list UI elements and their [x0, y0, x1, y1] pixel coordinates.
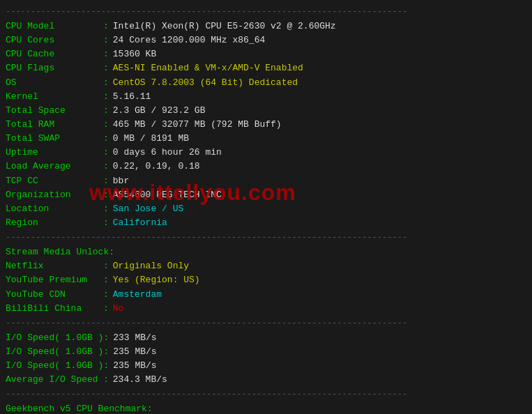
label-bilibili: BiliBili China — [6, 302, 103, 316]
label-load-average: Load Average — [6, 160, 103, 174]
row-uptime: Uptime : 0 days 6 hour 26 min — [6, 146, 526, 160]
label-geekbench-header: Geekbench v5 CPU Benchmark: — [6, 402, 153, 414]
value-uptime: 0 days 6 hour 26 min — [113, 146, 222, 160]
value-cpu-model: Intel(R) Xeon(R) CPU E5-2630 v2 @ 2.60GH… — [113, 20, 336, 33]
label-youtube-premium: YouTube Premium — [6, 273, 103, 287]
value-total-ram: 465 MB / 32077 MB (792 MB Buff) — [113, 118, 282, 132]
label-cpu-model: CPU Model — [6, 20, 103, 33]
label-cpu-cache: CPU Cache — [6, 47, 103, 61]
value-kernel: 5.16.11 — [113, 90, 151, 104]
value-netflix: Originals Only — [113, 259, 189, 273]
divider-top: ----------------------------------------… — [6, 7, 526, 17]
row-geekbench-header: Geekbench v5 CPU Benchmark: — [6, 402, 526, 414]
row-cpu-flags: CPU Flags : AES-NI Enabled & VM-x/AMD-V … — [6, 61, 526, 75]
row-stream-header: Stream Media Unlock : — [6, 245, 526, 259]
row-kernel: Kernel : 5.16.11 — [6, 90, 526, 104]
row-total-space: Total Space : 2.3 GB / 923.2 GB — [6, 104, 526, 118]
label-youtube-cdn: YouTube CDN — [6, 288, 103, 302]
row-youtube-premium: YouTube Premium : Yes (Region: US) — [6, 273, 526, 287]
io-section: I/O Speed( 1.0GB ) : 233 MB/s I/O Speed(… — [6, 331, 526, 388]
stream-section: Stream Media Unlock : Netflix : Original… — [6, 245, 526, 316]
value-bilibili: No — [113, 302, 124, 316]
label-os: OS — [6, 76, 103, 90]
row-netflix: Netflix : Originals Only — [6, 259, 526, 273]
value-youtube-premium: Yes (Region: US) — [113, 273, 200, 287]
label-stream-media: Stream Media Unlock — [6, 245, 109, 259]
row-load-average: Load Average : 0.22, 0.19, 0.18 — [6, 160, 526, 174]
label-io-avg: Average I/O Speed — [6, 373, 103, 387]
value-io-avg: 234.3 MB/s — [113, 373, 167, 387]
divider-stream-top: ----------------------------------------… — [6, 233, 526, 243]
value-cpu-cores: 24 Cores 1200.000 MHz x86_64 — [113, 33, 265, 47]
value-io-1: 233 MB/s — [113, 331, 156, 345]
row-io-2: I/O Speed( 1.0GB ) : 235 MB/s — [6, 345, 526, 359]
divider-io-top: ----------------------------------------… — [6, 319, 526, 328]
row-cpu-model: CPU Model : Intel(R) Xeon(R) CPU E5-2630… — [6, 20, 526, 33]
label-location: Location — [6, 202, 103, 216]
divider-geekbench-top: ----------------------------------------… — [6, 390, 526, 399]
value-io-2: 235 MB/s — [113, 345, 156, 359]
label-io-2: I/O Speed( 1.0GB ) — [6, 345, 103, 359]
value-io-3: 235 MB/s — [113, 359, 156, 373]
label-kernel: Kernel — [6, 90, 103, 104]
label-cpu-flags: CPU Flags — [6, 61, 103, 75]
value-os: CentOS 7.8.2003 (64 Bit) Dedicated — [113, 76, 298, 90]
watermark: www.ittellyou.com — [89, 180, 296, 206]
value-load-average: 0.22, 0.19, 0.18 — [113, 160, 200, 174]
label-uptime: Uptime — [6, 146, 103, 160]
label-region: Region — [6, 216, 103, 230]
row-os: OS : CentOS 7.8.2003 (64 Bit) Dedicated — [6, 76, 526, 90]
row-youtube-cdn: YouTube CDN : Amsterdam — [6, 288, 526, 302]
value-total-space: 2.3 GB / 923.2 GB — [113, 104, 206, 118]
label-organization: Organization — [6, 188, 103, 202]
row-cpu-cache: CPU Cache : 15360 KB — [6, 47, 526, 61]
value-total-swap: 0 MB / 8191 MB — [113, 132, 189, 146]
row-total-swap: Total SWAP : 0 MB / 8191 MB — [6, 132, 526, 146]
label-netflix: Netflix — [6, 259, 103, 273]
value-region: California — [113, 216, 167, 230]
label-cpu-cores: CPU Cores — [6, 33, 103, 47]
row-cpu-cores: CPU Cores : 24 Cores 1200.000 MHz x86_64 — [6, 33, 526, 47]
label-total-swap: Total SWAP — [6, 132, 103, 146]
row-io-avg: Average I/O Speed : 234.3 MB/s — [6, 373, 526, 387]
row-io-3: I/O Speed( 1.0GB ) : 235 MB/s — [6, 359, 526, 373]
label-io-1: I/O Speed( 1.0GB ) — [6, 331, 103, 345]
label-io-3: I/O Speed( 1.0GB ) — [6, 359, 103, 373]
label-total-space: Total Space — [6, 104, 103, 118]
row-io-1: I/O Speed( 1.0GB ) : 233 MB/s — [6, 331, 526, 345]
value-cpu-flags: AES-NI Enabled & VM-x/AMD-V Enabled — [113, 61, 303, 75]
label-tcp-cc: TCP CC — [6, 174, 103, 188]
row-region: Region : California — [6, 216, 526, 230]
label-total-ram: Total RAM — [6, 118, 103, 132]
value-cpu-cache: 15360 KB — [113, 47, 156, 61]
row-total-ram: Total RAM : 465 MB / 32077 MB (792 MB Bu… — [6, 118, 526, 132]
value-youtube-cdn: Amsterdam — [113, 288, 162, 302]
geekbench-section: Geekbench v5 CPU Benchmark: Single Core … — [6, 402, 526, 414]
row-bilibili: BiliBili China : No — [6, 302, 526, 316]
